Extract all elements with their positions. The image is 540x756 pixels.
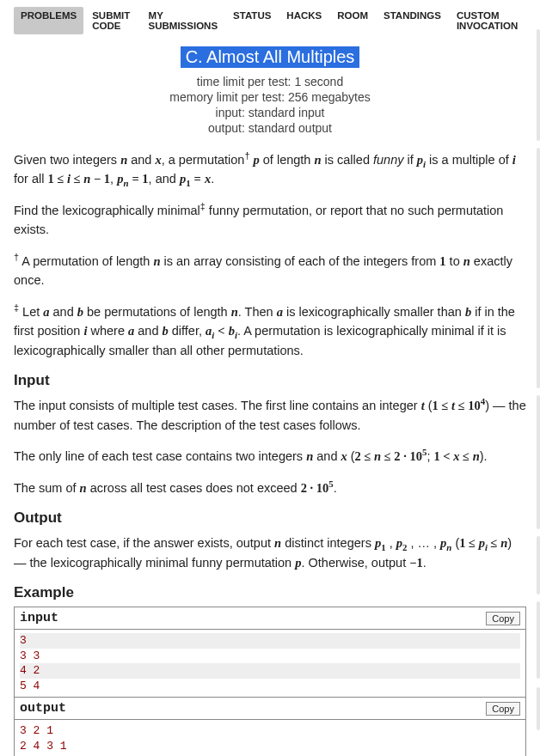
paragraph: Given two integers n and x, a permutatio… (14, 150, 526, 189)
statement: Given two integers n and x, a permutatio… (14, 150, 526, 756)
paragraph: For each test case, if the answer exists… (14, 533, 526, 572)
problem-title: C. Almost All Multiples (181, 46, 360, 68)
input-label: input (20, 611, 58, 625)
nav-item-my-submissions[interactable]: MY SUBMISSIONS (142, 7, 225, 34)
paragraph: The only line of each test case contains… (14, 447, 526, 466)
output-section-title: Output (14, 509, 526, 527)
problem-header: C. Almost All Multiples time limit per t… (14, 46, 526, 135)
example-section-title: Example (14, 584, 526, 601)
output-label: output (20, 701, 66, 716)
footnote: † A permutation of length n is an array … (14, 252, 526, 290)
nav-item-problems[interactable]: PROBLEMS (14, 7, 83, 34)
side-marks (535, 0, 540, 756)
time-limit: time limit per test: 1 second (14, 75, 526, 88)
output-spec: output: standard output (14, 121, 526, 135)
footnote: ‡ Let a and b be permutations of length … (14, 302, 526, 360)
input-header: input Copy (15, 607, 525, 630)
memory-limit: memory limit per test: 256 megabytes (14, 90, 526, 104)
input-section-title: Input (14, 372, 526, 389)
nav-item-hacks[interactable]: HACKS (279, 7, 328, 34)
paragraph: The input consists of multiple test case… (14, 396, 526, 435)
example-box: input Copy 33 34 25 4 output Copy 3 2 12… (14, 607, 526, 756)
copy-output-button[interactable]: Copy (486, 702, 520, 716)
nav-item-custom-invocation[interactable]: CUSTOM INVOCATION (450, 7, 526, 34)
example-input: 33 34 25 4 (15, 630, 525, 698)
paragraph: Find the lexicographically minimal‡ funn… (14, 201, 526, 240)
example-output: 3 2 12 4 3 1-1 (15, 720, 525, 756)
output-header: output Copy (15, 698, 525, 720)
input-spec: input: standard input (14, 106, 526, 119)
nav-item-room[interactable]: ROOM (330, 7, 375, 34)
nav-item-status[interactable]: STATUS (226, 7, 278, 34)
nav-item-submit-code[interactable]: SUBMIT CODE (85, 7, 139, 34)
paragraph: The sum of n across all test cases does … (14, 479, 526, 497)
copy-input-button[interactable]: Copy (486, 612, 520, 625)
nav-item-standings[interactable]: STANDINGS (377, 7, 448, 34)
navbar: PROBLEMSSUBMIT CODEMY SUBMISSIONSSTATUSH… (14, 7, 526, 34)
